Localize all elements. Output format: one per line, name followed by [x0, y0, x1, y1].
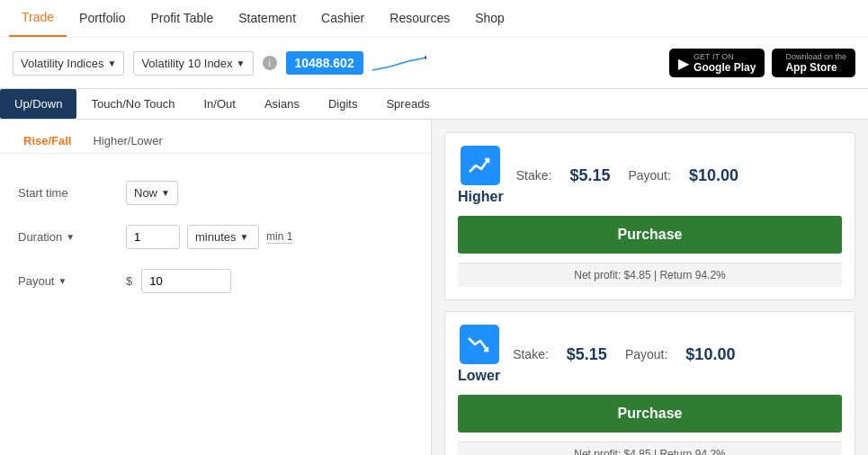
- tab-spreads[interactable]: Spreads: [371, 89, 443, 119]
- higher-payout-amount: $10.00: [689, 166, 738, 185]
- duration-type-chevron[interactable]: ▼: [66, 232, 75, 242]
- sub-tab-higher-lower[interactable]: Higher/Lower: [82, 129, 173, 153]
- market-category-select[interactable]: Volatility Indices ▼: [13, 51, 124, 76]
- duration-min-note: min 1: [266, 230, 292, 244]
- payout-row: Payout ▼ $: [18, 269, 413, 293]
- higher-payout-label: Payout:: [628, 168, 670, 183]
- lower-stake-label: Stake:: [513, 347, 549, 361]
- start-time-chevron: ▼: [161, 188, 170, 198]
- higher-net-profit: Net profit: $4.85 | Return 94.2%: [458, 263, 842, 287]
- lower-payout-label: Payout:: [625, 347, 667, 361]
- payout-type-chevron[interactable]: ▼: [58, 276, 67, 286]
- start-time-row: Start time Now ▼: [18, 181, 413, 205]
- tab-in-out[interactable]: In/Out: [189, 89, 249, 119]
- top-navigation: Trade Portfolio Profit Table Statement C…: [0, 0, 868, 38]
- higher-purchase-button[interactable]: Purchase: [458, 216, 842, 254]
- nav-statement[interactable]: Statement: [226, 0, 309, 37]
- sparkline-chart: [372, 50, 426, 76]
- app-store-button[interactable]: Download on the App Store: [772, 49, 855, 77]
- main-content: Rise/Fall Higher/Lower Start time Now ▼ …: [0, 120, 868, 455]
- store-buttons: ▶ GET IT ON Google Play Download on the …: [669, 49, 855, 77]
- sub-tab-rise-fall[interactable]: Rise/Fall: [13, 129, 82, 153]
- higher-stake-label: Stake:: [516, 168, 552, 183]
- tab-touch-no-touch[interactable]: Touch/No Touch: [76, 89, 189, 119]
- market-category-chevron: ▼: [108, 58, 117, 68]
- duration-unit-select[interactable]: minutes ▼: [187, 225, 259, 249]
- lower-label: Lower: [458, 368, 500, 384]
- start-time-label: Start time: [18, 186, 117, 200]
- right-panel: Higher Stake: $5.15 Payout: $10.00 Purch…: [432, 120, 868, 455]
- nav-profit-table[interactable]: Profit Table: [138, 0, 226, 37]
- higher-label: Higher: [458, 189, 504, 205]
- nav-portfolio[interactable]: Portfolio: [67, 0, 138, 37]
- market-instrument-select[interactable]: Volatility 10 Index ▼: [133, 51, 253, 76]
- svg-point-0: [425, 56, 426, 59]
- nav-shop[interactable]: Shop: [462, 0, 517, 37]
- higher-stake-amount: $5.15: [569, 166, 610, 185]
- start-time-select[interactable]: Now ▼: [126, 181, 178, 205]
- nav-resources[interactable]: Resources: [377, 0, 462, 37]
- duration-label: Duration: [18, 230, 62, 244]
- sub-tab-bar: Rise/Fall Higher/Lower: [0, 120, 431, 154]
- payout-dollar-prefix: $: [126, 274, 132, 288]
- info-icon[interactable]: i: [263, 56, 277, 70]
- duration-input[interactable]: [126, 225, 180, 249]
- tab-digits[interactable]: Digits: [314, 89, 372, 119]
- higher-trade-card: Higher Stake: $5.15 Payout: $10.00 Purch…: [444, 132, 855, 300]
- market-bar: Volatility Indices ▼ Volatility 10 Index…: [0, 38, 868, 89]
- lower-net-profit: Net profit: $4.85 | Return 94.2%: [458, 442, 842, 455]
- contract-type-tabs: Up/Down Touch/No Touch In/Out Asians Dig…: [0, 89, 868, 120]
- lower-payout-amount: $10.00: [685, 345, 735, 364]
- left-panel: Rise/Fall Higher/Lower Start time Now ▼ …: [0, 120, 432, 455]
- nav-trade[interactable]: Trade: [9, 0, 67, 37]
- lower-trade-icon: [460, 325, 499, 364]
- google-play-icon: ▶: [678, 55, 689, 72]
- market-instrument-chevron: ▼: [237, 58, 246, 68]
- higher-trade-icon: [461, 146, 500, 185]
- payout-input[interactable]: [141, 269, 231, 293]
- price-badge: 10488.602: [286, 51, 363, 75]
- lower-stake-amount: $5.15: [567, 345, 607, 364]
- trade-form: Start time Now ▼ Duration ▼ minutes ▼: [0, 154, 431, 331]
- lower-trade-card: Lower Stake: $5.15 Payout: $10.00 Purcha…: [444, 311, 855, 455]
- payout-label: Payout: [18, 274, 54, 288]
- nav-cashier[interactable]: Cashier: [309, 0, 377, 37]
- lower-purchase-button[interactable]: Purchase: [458, 395, 842, 433]
- tab-asians[interactable]: Asians: [250, 89, 314, 119]
- google-play-button[interactable]: ▶ GET IT ON Google Play: [669, 49, 765, 77]
- duration-row: Duration ▼ minutes ▼ min 1: [18, 225, 413, 249]
- tab-updown[interactable]: Up/Down: [0, 89, 76, 119]
